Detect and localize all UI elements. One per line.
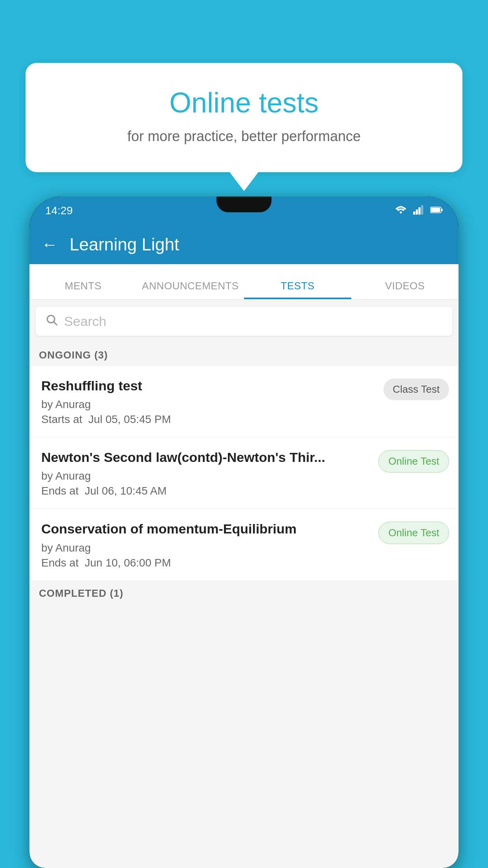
signal-icon	[413, 205, 424, 216]
status-bar: 14:29	[29, 197, 459, 225]
test-card-conservation-content: Conservation of momentum-Equilibrium by …	[41, 520, 372, 569]
promo-card: Online tests for more practice, better p…	[26, 63, 462, 172]
svg-rect-2	[418, 207, 420, 215]
badge-online-test-2: Online Test	[378, 522, 449, 544]
tab-bar: MENTS ANNOUNCEMENTS TESTS VIDEOS	[29, 264, 459, 300]
ongoing-section-header: ONGOING (3)	[29, 343, 459, 366]
svg-rect-3	[421, 205, 423, 215]
test-card-reshuffling[interactable]: Reshuffling test by Anurag Starts at Jul…	[29, 366, 459, 437]
svg-rect-5	[441, 209, 442, 211]
test-author-conservation: by Anurag	[41, 542, 372, 554]
tab-announcements[interactable]: ANNOUNCEMENTS	[137, 280, 244, 299]
search-bar[interactable]: Search	[36, 307, 452, 336]
badge-class-test: Class Test	[383, 379, 449, 400]
search-placeholder: Search	[64, 314, 106, 329]
status-time: 14:29	[45, 204, 73, 217]
test-date-conservation: Ends at Jun 10, 06:00 PM	[41, 557, 372, 569]
content-area: Search ONGOING (3) Reshuffling test by A…	[29, 300, 459, 868]
test-name-newton: Newton's Second law(contd)-Newton's Thir…	[41, 449, 372, 466]
phone-frame: 14:29	[29, 197, 459, 868]
test-author-newton: by Anurag	[41, 470, 372, 482]
completed-section-header: COMPLETED (1)	[29, 581, 459, 604]
app-bar: ← Learning Light	[29, 225, 459, 264]
tab-videos[interactable]: VIDEOS	[351, 280, 459, 299]
svg-rect-0	[413, 211, 415, 215]
test-name-conservation: Conservation of momentum-Equilibrium	[41, 520, 372, 537]
test-date-reshuffling: Starts at Jul 05, 05:45 PM	[41, 413, 377, 426]
badge-online-test-1: Online Test	[378, 450, 449, 473]
svg-rect-6	[431, 208, 440, 212]
status-icons	[395, 205, 443, 216]
test-card-reshuffling-content: Reshuffling test by Anurag Starts at Jul…	[41, 377, 377, 426]
test-name-reshuffling: Reshuffling test	[41, 377, 377, 394]
app-title: Learning Light	[70, 235, 179, 254]
back-button[interactable]: ←	[41, 235, 58, 254]
search-icon	[45, 313, 58, 329]
battery-icon	[430, 206, 443, 215]
test-author-reshuffling: by Anurag	[41, 398, 377, 411]
test-card-conservation[interactable]: Conservation of momentum-Equilibrium by …	[29, 509, 459, 580]
wifi-icon	[395, 205, 407, 216]
test-date-newton: Ends at Jul 06, 10:45 AM	[41, 485, 372, 497]
notch	[216, 197, 272, 212]
promo-subtitle: for more practice, better performance	[45, 128, 443, 145]
svg-line-8	[54, 322, 57, 325]
test-card-newton[interactable]: Newton's Second law(contd)-Newton's Thir…	[29, 438, 459, 508]
tab-assignments[interactable]: MENTS	[29, 280, 137, 299]
promo-title: Online tests	[45, 86, 443, 119]
svg-rect-1	[416, 210, 418, 215]
test-card-newton-content: Newton's Second law(contd)-Newton's Thir…	[41, 449, 372, 497]
tab-tests[interactable]: TESTS	[244, 280, 351, 299]
